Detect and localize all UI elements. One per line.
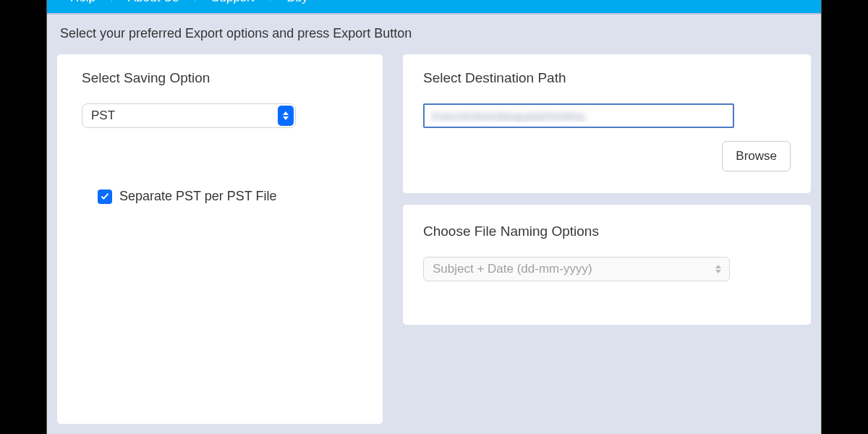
menu-support[interactable]: Support (195, 0, 271, 1)
naming-title: Choose File Naming Options (423, 224, 791, 239)
destination-row: Browse (423, 103, 791, 171)
naming-select-wrap (423, 257, 730, 281)
browse-row: Browse (423, 141, 791, 171)
left-column: Select Saving Option Separate PST per PS… (57, 54, 383, 424)
browse-button[interactable]: Browse (722, 141, 791, 171)
menu-buy[interactable]: Buy (271, 0, 323, 1)
saving-option-card: Select Saving Option Separate PST per PS… (57, 54, 383, 424)
destination-title: Select Destination Path (423, 70, 791, 86)
naming-card: Choose File Naming Options (403, 205, 811, 325)
separate-pst-checkbox-row: Separate PST per PST File (98, 189, 358, 204)
saving-option-select[interactable] (82, 103, 296, 128)
panels: Select Saving Option Separate PST per PS… (57, 54, 811, 424)
naming-option-select[interactable] (423, 257, 730, 281)
destination-card: Select Destination Path Browse (403, 54, 811, 193)
separate-pst-checkbox[interactable] (98, 190, 112, 204)
check-icon (101, 192, 109, 200)
menubar: Help About Us Support Buy (47, 0, 821, 13)
export-options-window: Help About Us Support Buy Select your pr… (46, 0, 822, 434)
right-column: Select Destination Path Browse Choose Fi… (403, 54, 811, 424)
menu-about-us[interactable]: About Us (112, 0, 195, 1)
page-instruction: Select your preferred Export options and… (57, 26, 811, 41)
saving-option-title: Select Saving Option (82, 70, 358, 86)
content-area: Select your preferred Export options and… (47, 14, 821, 434)
separate-pst-checkbox-label: Separate PST per PST File (119, 189, 276, 204)
saving-option-select-wrap (82, 103, 296, 128)
menu-help[interactable]: Help (54, 0, 112, 1)
destination-path-input[interactable] (423, 103, 734, 128)
